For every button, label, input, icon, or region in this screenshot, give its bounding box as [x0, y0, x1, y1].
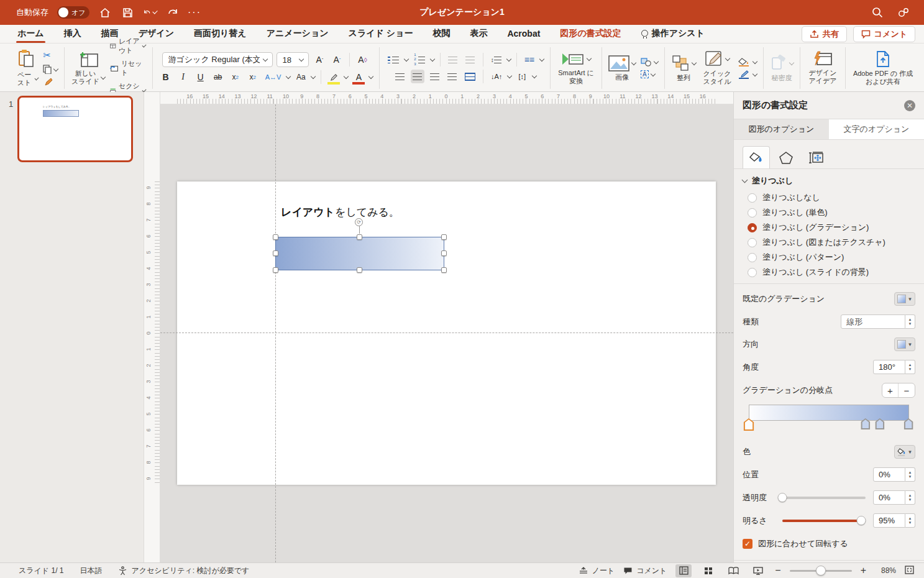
shape-outline-chevron[interactable] — [752, 71, 757, 76]
font-size-select[interactable]: 18 — [277, 52, 309, 67]
font-color-chevron[interactable] — [368, 74, 373, 79]
resize-handle-ne[interactable] — [441, 234, 447, 240]
bullets-chevron[interactable] — [404, 57, 409, 62]
stop-position-input[interactable]: 0% — [873, 467, 905, 482]
brightness-stepper[interactable]: ▲▼ — [905, 513, 915, 528]
undo-button[interactable] — [143, 6, 157, 19]
home-icon[interactable] — [98, 6, 112, 19]
slide-thumbnail[interactable]: レイアウトをしてみる。 — [17, 96, 133, 162]
new-slide-button[interactable]: 新しい スライド — [71, 50, 105, 85]
columns-chevron[interactable] — [539, 57, 544, 62]
stop-position-stepper[interactable]: ▲▼ — [905, 467, 915, 482]
slideshow-view-button[interactable] — [750, 564, 766, 577]
align-center-button[interactable] — [411, 70, 424, 83]
resize-handle-sw[interactable] — [273, 267, 278, 273]
paste-button[interactable]: ペースト — [15, 49, 38, 86]
new-slide-dropdown-chevron[interactable] — [101, 75, 106, 80]
brightness-input[interactable]: 95% — [873, 513, 905, 528]
radio-icon[interactable] — [748, 208, 757, 218]
shape-outline-button[interactable] — [738, 70, 757, 79]
section-dropdown-chevron[interactable] — [142, 88, 147, 92]
paste-dropdown-chevron[interactable] — [35, 76, 39, 80]
normal-view-button[interactable] — [675, 564, 692, 577]
menu-tab-9[interactable]: Acrobat — [497, 26, 550, 42]
radio-icon[interactable] — [748, 193, 757, 203]
comments-toggle-button[interactable]: コメント — [623, 566, 667, 576]
line-spacing-chevron[interactable] — [506, 57, 511, 62]
font-color-button[interactable]: A — [352, 70, 365, 84]
radio-icon[interactable] — [748, 238, 757, 247]
fill-line-tab[interactable] — [743, 146, 770, 168]
zoom-slider[interactable] — [790, 570, 852, 572]
menu-tab-1[interactable]: 挿入 — [54, 25, 91, 43]
slide[interactable] — [177, 181, 716, 485]
underline-button[interactable]: U — [194, 70, 208, 84]
autosave-toggle[interactable]: オフ — [57, 6, 89, 19]
arrange-chevron[interactable] — [692, 60, 697, 65]
change-case-button[interactable]: Aa — [294, 70, 308, 84]
copy-dropdown-chevron[interactable] — [53, 66, 58, 71]
fill-section-header[interactable]: 塗りつぶし — [734, 169, 924, 190]
menu-tab-11[interactable]: 操作アシスト — [631, 25, 715, 43]
menu-tab-8[interactable]: 表示 — [460, 25, 497, 43]
add-gradient-stop-button[interactable]: + — [882, 383, 899, 397]
sensitivity-chevron[interactable] — [789, 60, 794, 65]
columns-button[interactable]: ≡≡ — [523, 53, 536, 67]
adobe-pdf-button[interactable]: Adobe PDF の 作成および共有 — [852, 50, 914, 85]
zoom-in-button[interactable]: + — [861, 565, 866, 576]
layout-dropdown-chevron[interactable] — [142, 43, 147, 47]
line-spacing-button[interactable]: ↕ — [489, 53, 503, 67]
text-box-button[interactable]: A — [641, 70, 658, 78]
tab-text-options[interactable]: 文字のオプション — [829, 119, 924, 139]
close-panel-icon[interactable]: ✕ — [904, 100, 915, 111]
shape-fill-chevron[interactable] — [752, 58, 757, 63]
text-highlight-chevron[interactable] — [344, 74, 349, 79]
fit-slide-to-window-button[interactable] — [905, 566, 914, 576]
subscript-button[interactable]: x2 — [246, 70, 260, 84]
gradient-angle-stepper[interactable]: ▲▼ — [905, 360, 915, 374]
selected-rectangle-shape[interactable] — [275, 237, 444, 270]
search-icon[interactable] — [871, 6, 884, 19]
menu-tab-7[interactable]: 校閲 — [423, 25, 460, 43]
gradient-stops-bar[interactable] — [743, 405, 915, 431]
quick-styles-button[interactable]: クイック スタイル — [701, 50, 733, 85]
justify-button[interactable] — [446, 70, 459, 83]
italic-button[interactable]: I — [176, 70, 190, 84]
character-spacing-chevron[interactable] — [286, 74, 291, 79]
gradient-angle-input[interactable]: 180° — [873, 360, 905, 374]
transparency-slider[interactable] — [782, 497, 866, 499]
strikethrough-button[interactable]: ab — [211, 70, 225, 84]
numbering-chevron[interactable] — [429, 57, 434, 62]
radio-icon[interactable] — [748, 253, 757, 262]
fill-option-1[interactable]: 塗りつぶし (単色) — [734, 205, 924, 220]
remove-gradient-stop-button[interactable]: − — [899, 383, 915, 397]
change-case-chevron[interactable] — [311, 74, 316, 79]
picture-button[interactable]: 画像 — [608, 55, 636, 81]
menu-tab-6[interactable]: スライド ショー — [339, 25, 423, 43]
slide-canvas[interactable]: 1615141312111098765432101234567891011121… — [160, 92, 733, 562]
transparency-stepper[interactable]: ▲▼ — [905, 490, 915, 505]
gradient-preview-bar[interactable] — [749, 405, 909, 421]
gradient-direction-dropdown[interactable]: ▼ — [894, 337, 915, 351]
picture-chevron[interactable] — [631, 60, 636, 65]
more-commands-icon[interactable]: ··· — [188, 6, 201, 19]
menu-tab-0[interactable]: ホーム — [7, 25, 54, 43]
text-direction-chevron[interactable] — [507, 73, 512, 78]
numbering-button[interactable]: 123 — [412, 53, 426, 67]
design-ideas-button[interactable]: デザイン アイデア — [807, 51, 839, 85]
align-left-button[interactable] — [393, 70, 407, 83]
fill-option-0[interactable]: 塗りつぶしなし — [734, 190, 924, 205]
font-name-select[interactable]: 游ゴシック Regular (本文) — [162, 52, 273, 67]
resize-handle-n[interactable] — [357, 234, 362, 240]
notes-button[interactable]: ノート — [579, 566, 615, 576]
zoom-level[interactable]: 88% — [875, 566, 896, 575]
align-text-vertical-chevron[interactable] — [532, 73, 537, 78]
gradient-type-stepper[interactable]: ▲▼ — [905, 314, 915, 329]
reset-button[interactable]: リセット — [110, 59, 145, 78]
distribute-text-button[interactable] — [463, 70, 477, 83]
layout-button[interactable]: レイアウト — [110, 37, 145, 55]
radio-icon[interactable] — [748, 223, 757, 232]
bold-button[interactable]: B — [159, 70, 173, 84]
preset-gradient-dropdown[interactable]: ▼ — [894, 292, 915, 306]
arrange-button[interactable]: 整列 — [671, 55, 696, 82]
